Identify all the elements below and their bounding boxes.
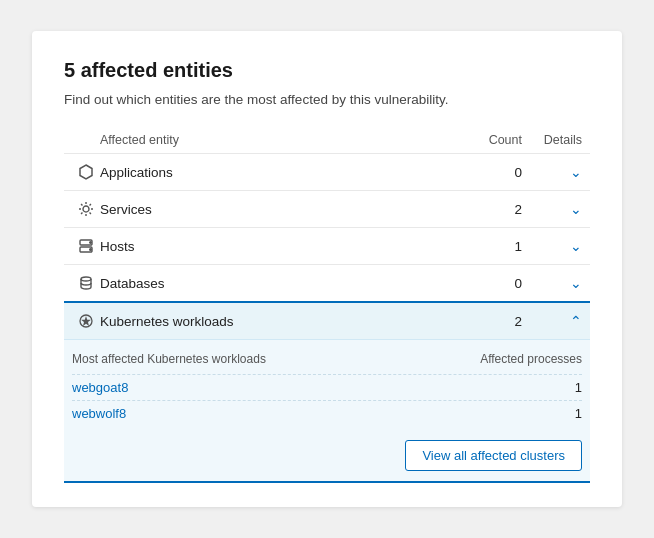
kubernetes-chevron: ⌃ — [522, 313, 582, 329]
entity-row-hosts[interactable]: Hosts 1 ⌄ — [64, 227, 590, 264]
services-icon — [72, 201, 100, 217]
workload-row-webwolf8: webwolf8 1 — [72, 400, 582, 426]
databases-label: Databases — [100, 276, 472, 291]
applications-count: 0 — [472, 165, 522, 180]
databases-chevron: ⌄ — [522, 275, 582, 291]
table-header: Affected entity Count Details — [64, 127, 590, 153]
applications-icon — [72, 164, 100, 180]
workload-link-webwolf8[interactable]: webwolf8 — [72, 406, 452, 421]
workload-count-webwolf8: 1 — [452, 406, 582, 421]
entity-row-kubernetes[interactable]: Kubernetes workloads 2 ⌃ — [64, 301, 590, 339]
services-chevron: ⌄ — [522, 201, 582, 217]
workload-link-webgoat8[interactable]: webgoat8 — [72, 380, 452, 395]
entity-row-databases[interactable]: Databases 0 ⌄ — [64, 264, 590, 301]
hosts-chevron: ⌄ — [522, 238, 582, 254]
header-details: Details — [522, 133, 582, 147]
card-subtitle: Find out which entities are the most aff… — [64, 92, 590, 107]
bottom-border — [64, 481, 590, 483]
svg-point-1 — [83, 206, 89, 212]
view-all-container: View all affected clusters — [72, 426, 582, 481]
hosts-label: Hosts — [100, 239, 472, 254]
workload-row-webgoat8: webgoat8 1 — [72, 374, 582, 400]
kubernetes-label: Kubernetes workloads — [100, 314, 472, 329]
view-all-clusters-button[interactable]: View all affected clusters — [405, 440, 582, 471]
kubernetes-expanded-section: Most affected Kubernetes workloads Affec… — [64, 339, 590, 481]
header-count: Count — [472, 133, 522, 147]
services-label: Services — [100, 202, 472, 217]
services-count: 2 — [472, 202, 522, 217]
header-entity: Affected entity — [100, 133, 472, 147]
entity-row-applications[interactable]: Applications 0 ⌄ — [64, 153, 590, 190]
expanded-header: Most affected Kubernetes workloads Affec… — [72, 352, 582, 366]
entity-row-services[interactable]: Services 2 ⌄ — [64, 190, 590, 227]
svg-point-5 — [90, 249, 92, 251]
workload-count-webgoat8: 1 — [452, 380, 582, 395]
svg-point-4 — [90, 242, 92, 244]
card-title: 5 affected entities — [64, 59, 590, 82]
applications-label: Applications — [100, 165, 472, 180]
hosts-icon — [72, 238, 100, 254]
databases-count: 0 — [472, 276, 522, 291]
svg-marker-8 — [81, 316, 91, 326]
kubernetes-count: 2 — [472, 314, 522, 329]
applications-chevron: ⌄ — [522, 164, 582, 180]
expanded-header-proc: Affected processes — [452, 352, 582, 366]
databases-icon — [72, 275, 100, 291]
expanded-header-name: Most affected Kubernetes workloads — [72, 352, 452, 366]
svg-marker-0 — [80, 165, 92, 179]
kubernetes-icon — [72, 313, 100, 329]
affected-entities-card: 5 affected entities Find out which entit… — [32, 31, 622, 507]
svg-point-6 — [81, 277, 91, 281]
hosts-count: 1 — [472, 239, 522, 254]
